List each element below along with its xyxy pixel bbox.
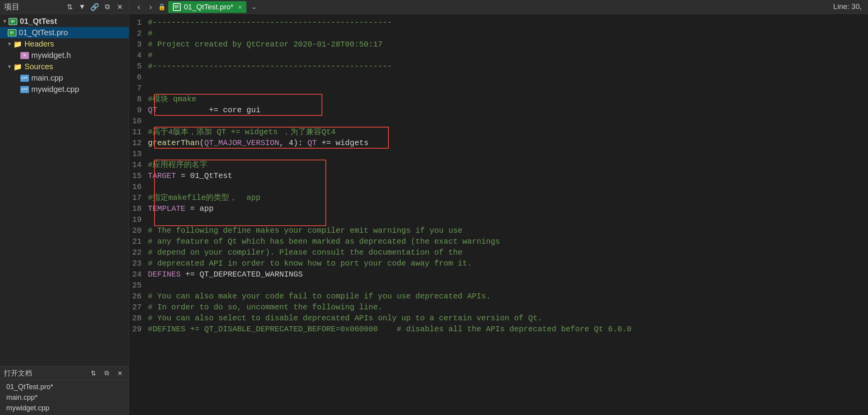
- lc-14: #应用程序的名字: [148, 160, 868, 171]
- ln-13: 13: [129, 149, 148, 160]
- close-panel-icon[interactable]: ✕: [115, 2, 125, 12]
- sort-icon[interactable]: ⇅: [65, 2, 75, 12]
- tab-arrows: ‹ ›: [134, 2, 156, 12]
- ln-17: 17: [129, 192, 148, 203]
- project-icon: Qt: [9, 18, 17, 25]
- ln-28: 28: [129, 313, 148, 324]
- code-line-10: 10: [129, 116, 868, 127]
- code-line-4: 4 #: [129, 50, 868, 61]
- ln-1: 1: [129, 17, 148, 28]
- top-toolbar: 项目 ⇅ ▼ 🔗 ⧉ ✕ ‹ › 🔒 Qt 01_QtTest.pro* ✕ ⌄…: [0, 0, 868, 14]
- lc-8: #模块 qmake: [148, 94, 868, 105]
- link-icon[interactable]: 🔗: [90, 2, 100, 12]
- open-file-pro[interactable]: 01_QtTest.pro*: [0, 382, 129, 392]
- filter-icon[interactable]: ▼: [77, 2, 87, 12]
- code-line-22: 22 # depend on your compiler). Please co…: [129, 247, 868, 258]
- ln-3: 3: [129, 39, 148, 50]
- ln-21: 21: [129, 236, 148, 247]
- line-info-label: Line: 30,: [833, 2, 862, 11]
- ln-23: 23: [129, 258, 148, 269]
- lc-17: #指定makefile的类型， app: [148, 192, 868, 203]
- bottom-sort-icon[interactable]: ⇅: [88, 368, 98, 378]
- sources-folder-item[interactable]: ▼ 📁 Sources: [0, 61, 129, 72]
- code-line-2: 2 #: [129, 28, 868, 39]
- editor-toolbar: ‹ › 🔒 Qt 01_QtTest.pro* ✕ ⌄: [129, 1, 827, 13]
- ln-10: 10: [129, 116, 148, 127]
- ln-15: 15: [129, 171, 148, 181]
- cpp-file-icon-main: c++: [20, 75, 29, 82]
- code-line-12: 12 greaterThan(QT_MAJOR_VERSION, 4): QT …: [129, 138, 868, 149]
- header-file-item[interactable]: h mywidget.h: [0, 50, 129, 61]
- lc-5: #---------------------------------------…: [148, 61, 868, 72]
- code-line-15: 15 TARGET = 01_QtTest: [129, 171, 868, 181]
- code-line-8: 8 #模块 qmake: [129, 94, 868, 105]
- project-title-label: 项目: [4, 2, 62, 12]
- collapse-arrow-root: ▼: [3, 18, 6, 25]
- prev-tab-icon[interactable]: ‹: [134, 2, 144, 12]
- pro-file-icon: Qt: [8, 29, 16, 36]
- code-line-14: 14 #应用程序的名字: [129, 160, 868, 171]
- ln-22: 22: [129, 247, 148, 258]
- code-line-26: 26 # You can also make your code fail to…: [129, 291, 868, 302]
- code-line-5: 5 #-------------------------------------…: [129, 61, 868, 72]
- editor-area[interactable]: 1 #-------------------------------------…: [129, 14, 868, 415]
- mywidget-cpp-label: mywidget.cpp: [31, 85, 79, 94]
- code-line-18: 18 TEMPLATE = app: [129, 203, 868, 214]
- bottom-split-icon[interactable]: ⧉: [101, 368, 111, 378]
- ln-5: 5: [129, 61, 148, 72]
- ln-7: 7: [129, 83, 148, 94]
- header-file-label: mywidget.h: [31, 51, 71, 60]
- ln-11: 11: [129, 127, 148, 138]
- headers-folder-item[interactable]: ▼ 📁 Headers: [0, 38, 129, 50]
- ln-19: 19: [129, 214, 148, 225]
- tab-close-icon[interactable]: ✕: [238, 3, 242, 11]
- open-file-mywidget-label: mywidget.cpp: [6, 404, 49, 412]
- project-root-item[interactable]: ▼ Qt 01_QtTest: [0, 16, 129, 27]
- lc-26: # You can also make your code fail to co…: [148, 291, 868, 302]
- ln-9: 9: [129, 105, 148, 116]
- sidebar-bottom-panel: 打开文档 ⇅ ⧉ ✕ 01_QtTest.pro* main.cpp* mywi…: [0, 366, 129, 415]
- sources-folder-label: Sources: [24, 62, 53, 71]
- ln-24: 24: [129, 269, 148, 280]
- collapse-arrow-headers: ▼: [8, 41, 11, 47]
- ln-8: 8: [129, 94, 148, 105]
- code-line-23: 23 # deprecated API in order to know how…: [129, 258, 868, 269]
- mywidget-cpp-item[interactable]: c++ mywidget.cpp: [0, 84, 129, 95]
- next-tab-icon[interactable]: ›: [146, 2, 156, 12]
- code-line-24: 24 DEFINES += QT_DEPRECATED_WARNINGS: [129, 269, 868, 280]
- lc-24: DEFINES += QT_DEPRECATED_WARNINGS: [148, 269, 868, 280]
- code-line-16: 16: [129, 181, 868, 192]
- code-line-9: 9 QT += core gui: [129, 105, 868, 116]
- lc-23: # deprecated API in order to know how to…: [148, 258, 868, 269]
- open-files-list: 01_QtTest.pro* main.cpp* mywidget.cpp: [0, 380, 129, 415]
- cpp-file-icon-mywidget: c++: [20, 86, 29, 93]
- sources-folder-icon: 📁: [13, 63, 22, 71]
- code-line-28: 28 # You can also select to disable depr…: [129, 313, 868, 324]
- pro-file-label: 01_QtTest.pro: [19, 28, 68, 37]
- tab-dropdown-icon[interactable]: ⌄: [249, 2, 259, 12]
- bottom-close-icon[interactable]: ✕: [115, 368, 125, 378]
- lc-9: QT += core gui: [148, 105, 868, 116]
- pro-file-item[interactable]: Qt 01_QtTest.pro: [0, 27, 129, 38]
- main-layout: ▼ Qt 01_QtTest Qt 01_QtTest.pro ▼ 📁 Head…: [0, 14, 868, 415]
- bottom-panel-header: 打开文档 ⇅ ⧉ ✕: [0, 366, 129, 380]
- split-icon[interactable]: ⧉: [102, 2, 112, 12]
- code-line-7: 7: [129, 83, 868, 94]
- tab-pro-file[interactable]: Qt 01_QtTest.pro* ✕: [168, 1, 246, 13]
- editor-content: 1 #-------------------------------------…: [129, 17, 868, 335]
- tab-file-icon: Qt: [173, 3, 181, 11]
- code-line-11: 11 #高于4版本，添加 QT += widgets ，为了兼容Qt4: [129, 127, 868, 138]
- ln-12: 12: [129, 138, 148, 149]
- bottom-panel-title: 打开文档: [4, 368, 85, 378]
- lc-20: # The following define makes your compil…: [148, 225, 868, 236]
- tab-file-name: 01_QtTest.pro*: [184, 3, 234, 11]
- lc-1: #---------------------------------------…: [148, 17, 868, 28]
- main-cpp-label: main.cpp: [31, 74, 63, 83]
- lc-22: # depend on your compiler). Please consu…: [148, 247, 868, 258]
- open-file-pro-label: 01_QtTest.pro*: [6, 383, 53, 391]
- open-file-main[interactable]: main.cpp*: [0, 392, 129, 403]
- lc-11: #高于4版本，添加 QT += widgets ，为了兼容Qt4: [148, 127, 868, 138]
- main-cpp-item[interactable]: c++ main.cpp: [0, 72, 129, 84]
- project-tree: ▼ Qt 01_QtTest Qt 01_QtTest.pro ▼ 📁 Head…: [0, 14, 129, 366]
- open-file-mywidget[interactable]: mywidget.cpp: [0, 403, 129, 413]
